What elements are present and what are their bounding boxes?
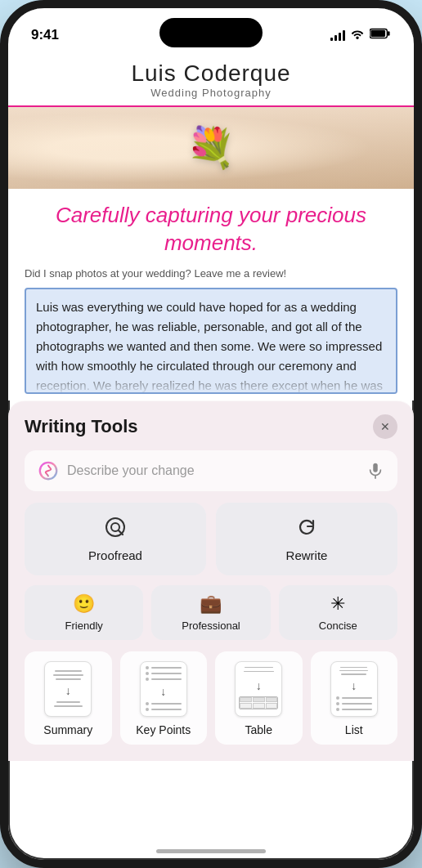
rewrite-icon	[295, 516, 318, 542]
proofread-label: Proofread	[88, 548, 142, 562]
professional-label: Professional	[182, 620, 240, 632]
search-placeholder[interactable]: Describe your change	[67, 463, 358, 478]
selected-text: Luis was everything we could have hoped …	[25, 288, 397, 394]
summary-button[interactable]: ↓ Summary	[25, 651, 112, 745]
hero-flowers-icon: 💐	[186, 125, 236, 171]
wifi-icon	[350, 28, 365, 43]
writing-tools-panel: Writing Tools ✕	[8, 400, 414, 761]
svg-rect-2	[388, 31, 390, 36]
search-bar[interactable]: Describe your change	[25, 450, 397, 491]
key-points-label: Key Points	[136, 723, 191, 736]
review-prompt: Did I snap photos at your wedding? Leave…	[8, 264, 414, 288]
tagline: Carefully capturing your precious moment…	[8, 189, 414, 264]
site-header: Luis Coderque Wedding Photography	[8, 52, 414, 107]
dynamic-island	[159, 18, 263, 47]
hero-image: 💐	[8, 107, 414, 189]
friendly-button[interactable]: 🙂 Friendly	[25, 585, 143, 640]
table-icon: ↓	[235, 661, 282, 717]
tone-row: 🙂 Friendly 💼 Professional ✳ Concise	[25, 585, 397, 640]
svg-rect-4	[373, 463, 378, 472]
panel-header: Writing Tools ✕	[25, 414, 397, 439]
proofread-button[interactable]: Proofread	[25, 503, 206, 575]
concise-icon: ✳	[330, 593, 345, 615]
ai-icon	[38, 460, 59, 481]
panel-title: Writing Tools	[25, 416, 138, 437]
list-button[interactable]: ↓	[311, 651, 398, 745]
professional-button[interactable]: 💼 Professional	[151, 585, 270, 640]
list-label: List	[345, 723, 363, 736]
professional-icon: 💼	[200, 593, 222, 615]
battery-icon	[370, 28, 391, 43]
concise-button[interactable]: ✳ Concise	[279, 585, 397, 640]
table-label: Table	[245, 723, 272, 736]
page-content: Luis Coderque Wedding Photography 💐 Care…	[8, 52, 414, 400]
rewrite-label: Rewrite	[286, 548, 328, 562]
friendly-label: Friendly	[65, 620, 103, 632]
summary-label: Summary	[43, 723, 92, 736]
status-time: 9:41	[31, 27, 59, 43]
key-points-icon: ↓	[140, 661, 187, 717]
key-points-button[interactable]: ↓ Key Points	[120, 651, 208, 745]
summary-icon: ↓	[44, 661, 92, 717]
site-title: Luis Coderque	[25, 60, 397, 87]
table-button[interactable]: ↓ Table	[215, 651, 303, 745]
mic-icon[interactable]	[366, 462, 384, 480]
phone-frame: 9:41	[0, 0, 422, 868]
svg-rect-1	[370, 30, 385, 37]
signal-bars-icon	[330, 30, 345, 41]
home-indicator	[156, 849, 266, 853]
list-icon: ↓	[330, 661, 378, 717]
status-icons	[330, 28, 391, 43]
action-row: Proofread Rewrite	[25, 503, 397, 575]
close-button[interactable]: ✕	[373, 414, 397, 439]
proofread-icon	[104, 516, 127, 542]
format-row: ↓ Summary	[25, 651, 397, 745]
friendly-icon: 🙂	[73, 593, 95, 615]
concise-label: Concise	[319, 620, 357, 632]
site-subtitle: Wedding Photography	[25, 87, 397, 99]
rewrite-button[interactable]: Rewrite	[216, 503, 397, 575]
